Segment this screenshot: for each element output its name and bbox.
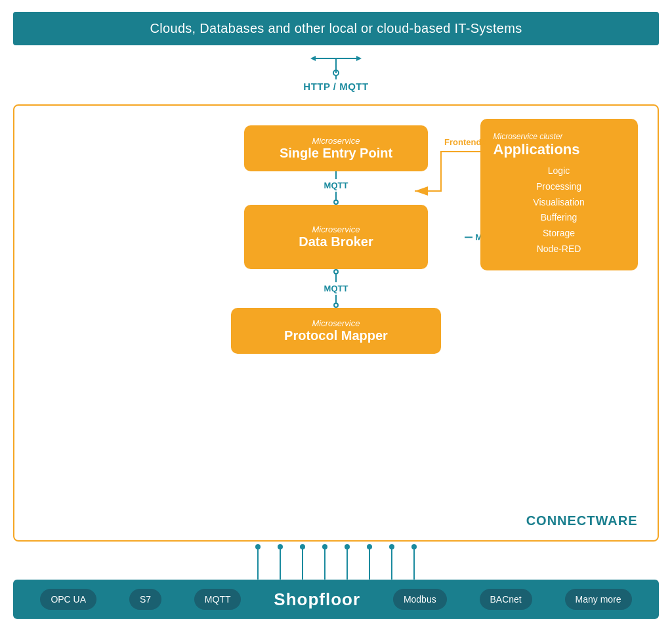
shopfloor-item-mqtt: MQTT (194, 589, 242, 610)
applications-cluster: Microservice cluster Applications Logic … (480, 119, 638, 270)
shopfloor-item-modbus: Modbus (393, 589, 447, 610)
bottom-section: OPC UA S7 MQTT Shopfloor Modbus BACnet M… (13, 542, 658, 619)
arrows-icon (306, 53, 366, 79)
list-item: Storage (494, 226, 625, 242)
connector-area: HTTP / MQTT (303, 45, 368, 104)
mqtt-connector-2: MQTT (324, 269, 348, 308)
mqtt-text: MQTT (324, 181, 348, 190)
shopfloor-item-opcua: OPC UA (40, 589, 96, 610)
svg-marker-4 (356, 56, 362, 61)
ms-title: Single Entry Point (270, 146, 402, 161)
ms-label: Microservice (257, 318, 415, 328)
ms-label: Microservice (270, 136, 402, 146)
protocol-label: HTTP / MQTT (303, 81, 368, 92)
mqtt-line (335, 171, 337, 179)
data-broker-block: Microservice Data Broker (244, 205, 428, 269)
ms-title: Protocol Mapper (257, 328, 415, 343)
list-item: Processing (494, 179, 625, 195)
shopfloor-line (257, 547, 259, 580)
shopfloor-bar: OPC UA S7 MQTT Shopfloor Modbus BACnet M… (13, 580, 658, 619)
shopfloor-item-bacnet: BACnet (480, 589, 532, 610)
connectware-label: CONNECTWARE (526, 513, 638, 528)
mqtt-side-line-left (465, 236, 472, 238)
protocol-mapper-block: Microservice Protocol Mapper (231, 308, 441, 354)
list-item: Visualisation (494, 195, 625, 211)
mqtt-connector-1: MQTT (324, 171, 348, 205)
shopfloor-item-many-more: Many more (565, 589, 632, 610)
shopfloor-line (413, 547, 415, 580)
shopfloor-item-s7: S7 (129, 589, 161, 610)
mqtt-line (335, 295, 337, 303)
single-entry-point-block: Microservice Single Entry Point (244, 125, 428, 171)
svg-marker-2 (310, 56, 316, 61)
list-item: Buffering (494, 210, 625, 226)
shopfloor-line (346, 547, 348, 580)
cluster-items-list: Logic Processing Visualisation Buffering… (494, 163, 625, 257)
top-banner-text: Clouds, Databases and other local or clo… (150, 21, 522, 35)
mqtt-text: MQTT (324, 284, 348, 293)
shopfloor-line (280, 547, 281, 580)
cluster-title: Applications (494, 141, 625, 158)
mqtt-dot (333, 269, 339, 274)
list-item: Logic (494, 163, 625, 179)
mqtt-dot (333, 303, 339, 308)
mqtt-line (335, 274, 337, 282)
connector-arrows (306, 53, 366, 79)
shopfloor-center-label: Shopfloor (274, 589, 360, 610)
shopfloor-line (324, 547, 326, 580)
top-banner: Clouds, Databases and other local or clo… (13, 12, 658, 45)
mqtt-dot (333, 200, 339, 205)
list-item: Node-RED (494, 242, 625, 257)
cluster-label: Microservice cluster (494, 132, 625, 141)
main-box: Microservice cluster Applications Logic … (13, 104, 658, 542)
mqtt-line (335, 192, 337, 200)
shopfloor-lines (257, 547, 415, 580)
ms-label: Microservice (270, 224, 402, 234)
shopfloor-line (369, 547, 370, 580)
data-broker-wrapper: Microservice Data Broker MQTT (244, 205, 428, 269)
shopfloor-line (391, 547, 392, 580)
shopfloor-line (302, 547, 303, 580)
ms-title: Data Broker (270, 234, 402, 249)
diagram-wrapper: Clouds, Databases and other local or clo… (0, 0, 672, 619)
